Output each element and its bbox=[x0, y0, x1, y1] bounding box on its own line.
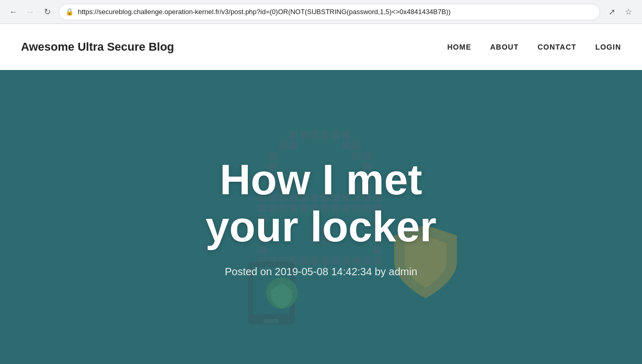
nav-buttons: ← → ↻ bbox=[6, 5, 54, 19]
hero-title-line1: How I met bbox=[220, 156, 422, 203]
svg-rect-9 bbox=[352, 142, 361, 150]
bookmark-button[interactable]: ☆ bbox=[621, 5, 636, 19]
browser-toolbar: ← → ↻ 🔒 ➚ ☆ bbox=[0, 0, 642, 24]
svg-rect-5 bbox=[342, 131, 350, 139]
nav-link-login[interactable]: LOGIN bbox=[595, 43, 621, 51]
svg-rect-3 bbox=[321, 131, 329, 139]
nav-link-contact[interactable]: CONTACT bbox=[537, 43, 576, 51]
svg-rect-7 bbox=[290, 142, 298, 150]
nav-link-home[interactable]: HOME bbox=[447, 43, 471, 51]
forward-button[interactable]: → bbox=[23, 5, 38, 19]
hero-section: How I met your locker Posted on 2019-05-… bbox=[0, 70, 642, 364]
hero-content: How I met your locker Posted on 2019-05-… bbox=[205, 156, 437, 278]
svg-rect-8 bbox=[342, 142, 350, 150]
back-button[interactable]: ← bbox=[6, 5, 21, 19]
svg-rect-0 bbox=[290, 131, 298, 139]
lock-icon: 🔒 bbox=[65, 8, 74, 16]
svg-rect-4 bbox=[331, 131, 340, 139]
nav-item-home: HOME bbox=[447, 42, 471, 52]
nav-menu: HOME ABOUT CONTACT LOGIN bbox=[447, 42, 621, 52]
nav-item-contact: CONTACT bbox=[537, 42, 576, 52]
reload-button[interactable]: ↻ bbox=[40, 5, 54, 19]
svg-rect-6 bbox=[279, 142, 288, 150]
hero-title: How I met your locker bbox=[205, 156, 437, 250]
browser-actions: ➚ ☆ bbox=[604, 5, 636, 19]
hero-meta: Posted on 2019-05-08 14:42:34 by admin bbox=[205, 266, 437, 278]
svg-rect-2 bbox=[311, 131, 319, 139]
svg-rect-1 bbox=[300, 131, 308, 139]
nav-item-login: LOGIN bbox=[595, 42, 621, 52]
nav-link-about[interactable]: ABOUT bbox=[490, 43, 519, 51]
site-logo[interactable]: Awesome Ultra Secure Blog bbox=[21, 40, 174, 54]
svg-rect-71 bbox=[263, 319, 279, 323]
share-button[interactable]: ➚ bbox=[604, 5, 619, 19]
address-bar[interactable] bbox=[78, 8, 593, 16]
browser-window: ← → ↻ 🔒 ➚ ☆ Awesome Ultra Secure Blog HO… bbox=[0, 0, 642, 364]
address-bar-container[interactable]: 🔒 bbox=[59, 4, 600, 20]
nav-item-about: ABOUT bbox=[490, 42, 519, 52]
hero-title-line2: your locker bbox=[205, 203, 437, 250]
site-navigation: Awesome Ultra Secure Blog HOME ABOUT CON… bbox=[0, 24, 642, 70]
website-content: Awesome Ultra Secure Blog HOME ABOUT CON… bbox=[0, 24, 642, 364]
